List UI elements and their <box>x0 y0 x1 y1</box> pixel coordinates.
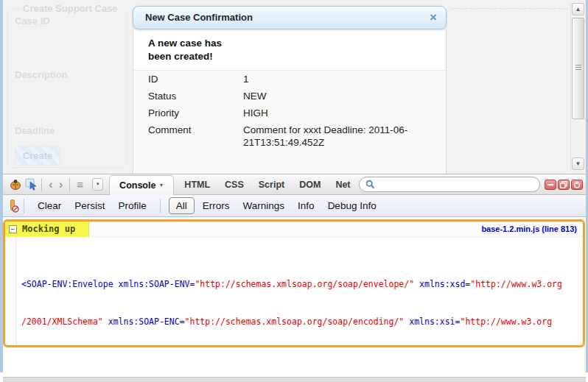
tab-console[interactable]: Console▼ <box>109 175 174 195</box>
close-firebug-icon[interactable] <box>571 180 583 190</box>
search-icon <box>365 180 375 189</box>
log-group-header[interactable]: − Mocking up base-1.2.min.js (line 813) <box>5 222 583 237</box>
inspect-element-icon[interactable] <box>25 178 38 191</box>
detach-window-icon[interactable] <box>558 180 570 190</box>
break-on-errors-icon[interactable] <box>10 199 17 212</box>
soap-xml-log: <SOAP-ENV:Envelope xmlns:SOAP-ENV="http:… <box>5 237 583 347</box>
back-chevron-icon[interactable]: ‹ <box>46 179 56 191</box>
faded-right-panel <box>451 8 567 169</box>
filter-errors-button[interactable]: Errors <box>196 198 237 213</box>
dialog-row-comment: Comment Comment for xxxt Deadline: 2011-… <box>133 121 446 151</box>
row-label: Comment <box>148 124 243 149</box>
group-label: Mocking up <box>22 224 75 234</box>
row-value: 1 <box>243 73 431 85</box>
dialog-message: A new case has been created! <box>133 29 446 71</box>
filter-all-button[interactable]: All <box>169 197 195 214</box>
dialog-row-status: Status NEW <box>133 88 446 105</box>
minimize-firebug-icon[interactable] <box>545 180 556 190</box>
source-file-link[interactable]: base-1.2.min.js (line 813) <box>481 224 577 233</box>
window-border-left <box>0 0 3 372</box>
console-options-bar: Clear Persist Profile All Errors Warning… <box>3 195 586 217</box>
firebug-menu-icon[interactable] <box>9 179 22 191</box>
create-support-case-fieldset: Create Support Case <box>7 9 127 168</box>
create-button[interactable]: Create <box>15 146 60 166</box>
row-label: ID <box>148 73 243 85</box>
firebug-bug-icon <box>9 179 22 191</box>
scroll-up-icon[interactable]: ▲ <box>572 3 584 15</box>
dialog-message-line2: been created! <box>148 51 213 62</box>
console-caret-icon: ▼ <box>158 183 164 188</box>
dialog-message-line1: A new case has <box>148 38 222 49</box>
command-line-strip[interactable] <box>3 377 586 382</box>
dialog-close-icon[interactable]: × <box>430 7 437 28</box>
profile-button[interactable]: Profile <box>112 198 153 213</box>
console-log-area: − Mocking up base-1.2.min.js (line 813) … <box>3 217 586 377</box>
dialog-row-priority: Priority HIGH <box>133 105 446 121</box>
clear-button[interactable]: Clear <box>31 198 68 213</box>
scrollbar-grip <box>575 65 581 71</box>
browser-window: Create Support Case Case ID Description … <box>0 0 588 382</box>
options-separator <box>24 199 24 213</box>
toolbar-separator <box>41 178 42 191</box>
description-label: Description <box>15 69 68 80</box>
toolbar-separator <box>69 178 70 191</box>
row-label: Status <box>148 90 243 102</box>
case-id-label: Case ID <box>15 15 50 26</box>
persist-button[interactable]: Persist <box>68 198 111 213</box>
firebug-tab-bar: ‹ › ≡ ▼ Console▼ HTML CSS Script DOM Net <box>3 174 586 195</box>
scrollbar-thumb[interactable] <box>572 18 584 119</box>
dialog-body: A new case has been created! ID 1 Status… <box>133 29 447 174</box>
options-separator <box>160 199 161 213</box>
page-scrollbar[interactable]: ▲ ▼ <box>570 3 585 172</box>
tab-css[interactable]: CSS <box>217 180 251 190</box>
dialog-title: New Case Confirmation <box>145 7 253 29</box>
dialog-row-id: ID 1 <box>133 71 446 88</box>
filter-debug-info-button[interactable]: Debug Info <box>321 198 383 213</box>
dropdown-caret-icon[interactable]: ▼ <box>92 178 103 191</box>
search-input[interactable] <box>379 179 533 191</box>
tab-net[interactable]: Net <box>328 180 357 190</box>
gutter-line <box>15 237 16 347</box>
fieldset-legend: Create Support Case <box>20 3 121 14</box>
web-page: Create Support Case Case ID Description … <box>3 0 586 174</box>
dialog-header: New Case Confirmation × <box>133 6 447 29</box>
log-group: − Mocking up base-1.2.min.js (line 813) … <box>3 219 585 347</box>
filter-warnings-button[interactable]: Warnings <box>237 198 292 213</box>
tab-html[interactable]: HTML <box>177 180 217 190</box>
row-value: Comment for xxxt Deadline: 2011-06-21T13… <box>243 124 431 149</box>
collapse-icon[interactable]: − <box>9 225 17 233</box>
tab-dom[interactable]: DOM <box>292 180 328 190</box>
tab-script[interactable]: Script <box>251 180 292 190</box>
xml-line: <SOAP-ENV:Envelope xmlns:SOAP-ENV="http:… <box>21 278 580 291</box>
scroll-down-icon[interactable]: ▼ <box>572 158 584 170</box>
deadline-label: Deadline <box>15 125 55 136</box>
row-label: Priority <box>148 107 243 119</box>
row-value: NEW <box>243 90 431 102</box>
row-value: HIGH <box>243 107 431 119</box>
search-box[interactable] <box>359 177 540 192</box>
forward-chevron-icon[interactable]: › <box>56 179 66 191</box>
filter-info-button[interactable]: Info <box>291 198 321 213</box>
panel-list-icon[interactable]: ≡ <box>74 178 86 191</box>
xml-line: /2001/XMLSchema" xmlns:SOAP-ENC="http://… <box>21 316 580 328</box>
